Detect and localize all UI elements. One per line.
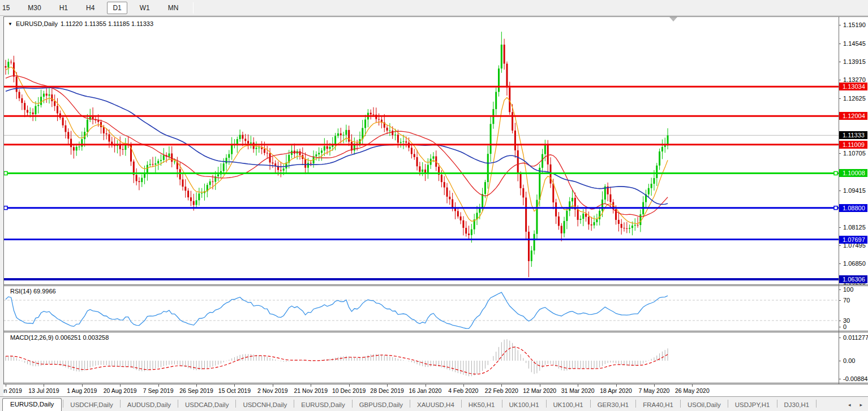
tab-eurusd-daily[interactable]: EURUSD,Daily <box>2 398 62 411</box>
tab-usdcad-daily[interactable]: USDCAD,Daily <box>179 399 234 411</box>
tab-separator <box>235 400 236 408</box>
date-label: 31 Mar 2020 <box>561 387 595 394</box>
tab-usdcnh-daily[interactable]: USDCNH,Daily <box>237 399 293 411</box>
macd-tick-label: 0.011277 <box>843 334 868 341</box>
tab-uk100-h1[interactable]: UK100,H1 <box>548 399 589 411</box>
tab-xauusd-h4[interactable]: XAUUSD,H4 <box>411 399 460 411</box>
date-label: 13 Jul 2019 <box>28 387 59 394</box>
date-label: 25 Jun 2019 <box>3 387 22 394</box>
chart-title: ▼EURUSD,Daily1.11220 1.11355 1.11185 1.1… <box>8 20 156 27</box>
price-level-badge: 1.07697 <box>839 236 867 244</box>
ma-slow-line <box>6 88 668 204</box>
rsi-tick-label: 0 <box>843 323 846 330</box>
tab-separator <box>63 400 63 408</box>
date-tick <box>44 384 44 387</box>
macd-tick-label: -0.008845 <box>843 375 868 382</box>
tab-uk100-h1[interactable]: UK100,H1 <box>504 399 545 411</box>
tab-scroll-right-icon[interactable]: ▸ <box>860 402 862 408</box>
macd-plot <box>3 332 839 383</box>
tab-separator <box>816 400 817 408</box>
ma-medium-line <box>6 76 668 217</box>
macd-indicator-label: MACD(12,26,9) 0.006251 0.003258 <box>10 334 109 341</box>
price-level-badge: 1.06306 <box>839 275 867 283</box>
date-label: 26 May 2020 <box>675 387 710 394</box>
tab-usdjpy-h1[interactable]: USDJPY,H1 <box>729 399 776 411</box>
macd-histogram <box>6 339 668 376</box>
tab-gbpusd-daily[interactable]: GBPUSD,Daily <box>354 399 409 411</box>
date-tick <box>426 384 426 387</box>
tab-dj30-h1[interactable]: DJ30,H1 <box>779 399 815 411</box>
level-handle[interactable] <box>4 171 7 175</box>
tab-separator <box>546 400 547 408</box>
timeframe-button-15[interactable]: 15 <box>1 2 15 14</box>
tab-separator <box>590 400 591 408</box>
tab-eurusd-daily[interactable]: EURUSD,Daily <box>295 399 350 411</box>
date-label: 28 Dec 2019 <box>370 387 404 394</box>
date-label: 22 Feb 2020 <box>485 387 518 394</box>
timeframe-button-h4[interactable]: H4 <box>80 2 100 14</box>
date-label: 10 Dec 2019 <box>332 387 366 394</box>
tab-separator <box>352 400 353 408</box>
date-tick <box>387 384 388 387</box>
tab-audusd-daily[interactable]: AUDUSD,Daily <box>122 399 177 411</box>
date-tick <box>6 384 6 387</box>
level-handle[interactable] <box>834 171 837 175</box>
date-tick <box>273 384 273 387</box>
panel-border <box>3 16 4 384</box>
date-tick <box>692 384 693 387</box>
collapse-chart-icon[interactable]: ▼ <box>8 21 12 27</box>
macd-panel[interactable]: MACD(12,26,9) 0.006251 0.003258 <box>3 332 839 383</box>
tab-hk50-h1[interactable]: HK50,H1 <box>463 399 501 411</box>
date-label: 2 Nov 2019 <box>257 387 288 394</box>
date-tick <box>349 384 350 387</box>
date-label: 4 Feb 2020 <box>448 387 478 394</box>
date-tick <box>540 384 540 387</box>
macd-tick-label: 0.00 <box>843 357 855 364</box>
date-label: 20 Aug 2019 <box>104 387 137 394</box>
candlestick-chart[interactable] <box>3 17 839 284</box>
price-level-badge: 1.13034 <box>839 83 867 90</box>
panel-divider <box>3 384 868 384</box>
date-tick <box>654 384 655 387</box>
panel-divider[interactable] <box>3 284 868 285</box>
rsi-tick-label: 100 <box>843 286 853 293</box>
tab-usoil-daily[interactable]: USOil,Daily <box>682 399 727 411</box>
date-axis[interactable]: 25 Jun 201913 Jul 20191 Aug 201920 Aug 2… <box>3 384 868 396</box>
date-tick <box>196 384 197 387</box>
tab-separator <box>410 400 410 408</box>
chart-symbol-label: EURUSD,Daily <box>16 20 58 27</box>
tab-fra40-h1[interactable]: FRA40,H1 <box>637 399 679 411</box>
price-level-badge: 1.10008 <box>839 169 867 177</box>
tab-usdchf-daily[interactable]: USDCHF,Daily <box>65 399 118 411</box>
date-label: 7 May 2020 <box>639 387 670 394</box>
tab-scroll-left-icon[interactable]: ◂ <box>848 402 851 408</box>
tab-ger30-h1[interactable]: GER30,H1 <box>592 399 635 411</box>
price-axis[interactable]: 1.151901.145451.139151.132701.126251.107… <box>839 17 868 284</box>
price-tick-label: 1.06850 <box>843 260 866 267</box>
timeframe-button-d1[interactable]: D1 <box>107 2 127 14</box>
tab-separator <box>777 400 777 408</box>
panel-divider <box>3 383 868 383</box>
panel-divider[interactable] <box>3 331 868 331</box>
level-handle[interactable] <box>834 206 837 210</box>
level-handle[interactable] <box>4 206 7 210</box>
main-chart-panel[interactable] <box>3 17 839 284</box>
date-tick <box>311 384 311 387</box>
chart-shift-marker-icon[interactable] <box>669 17 677 21</box>
date-tick <box>120 384 121 387</box>
timeframe-button-w1[interactable]: W1 <box>134 2 156 14</box>
price-tick-label: 1.14545 <box>843 40 866 47</box>
tab-separator <box>294 400 294 408</box>
chart-ohlc-values: 1.11220 1.11355 1.11185 1.11333 <box>61 20 153 27</box>
date-label: 15 Oct 2019 <box>218 387 251 394</box>
timeframe-button-m30[interactable]: M30 <box>22 2 46 14</box>
rsi-panel[interactable]: RSI(14) 69.9966 <box>3 286 839 331</box>
tab-separator <box>502 400 502 408</box>
tab-separator <box>680 400 681 408</box>
tab-separator <box>178 400 178 408</box>
timeframe-button-h1[interactable]: H1 <box>54 2 74 14</box>
chart-tabbar: EURUSD,DailyUSDCHF,DailyAUDUSD,DailyUSDC… <box>0 397 868 411</box>
toolbar-separator <box>193 2 194 14</box>
timeframe-button-mn[interactable]: MN <box>162 2 184 14</box>
date-tick <box>463 384 464 387</box>
